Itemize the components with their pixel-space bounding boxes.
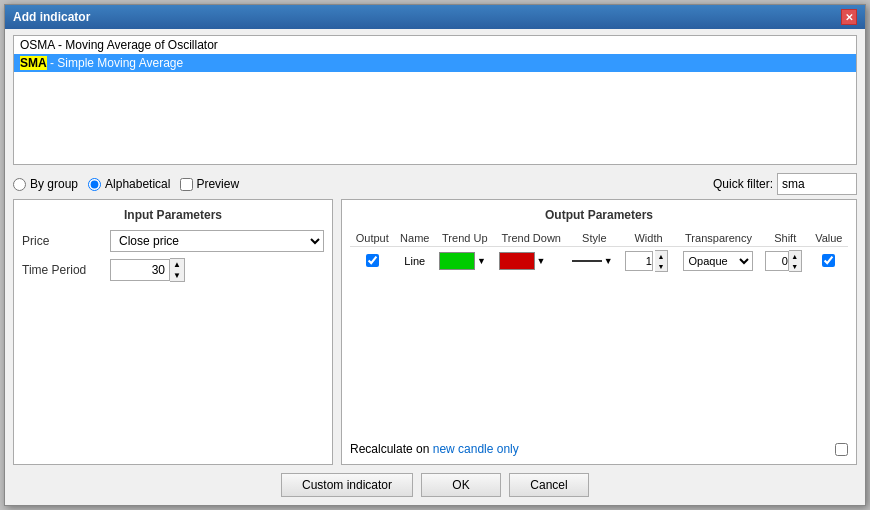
shift-spin: ▲ ▼ (789, 250, 802, 272)
col-trend-up: Trend Up (435, 230, 495, 247)
output-parameters-title: Output Parameters (350, 208, 848, 222)
row-name: Line (404, 255, 425, 267)
width-up[interactable]: ▲ (655, 251, 667, 261)
time-period-up[interactable]: ▲ (170, 259, 184, 270)
col-width: Width (621, 230, 676, 247)
osma-label: OSMA - Moving Average of Oscillator (20, 38, 218, 52)
table-row: Line ▼ ▼ (350, 247, 848, 276)
col-output: Output (350, 230, 395, 247)
title-bar: Add indicator ✕ (5, 5, 865, 29)
name-cell: Line (395, 247, 436, 276)
width-down[interactable]: ▼ (655, 261, 667, 271)
trend-up-color-btn[interactable] (439, 252, 475, 270)
add-indicator-dialog: Add indicator ✕ OSMA - Moving Average of… (4, 4, 866, 506)
indicator-list[interactable]: OSMA - Moving Average of Oscillator SMA … (13, 35, 857, 165)
trend-up-color-wrap: ▼ (439, 252, 491, 270)
sma-highlight: SMA (20, 56, 47, 70)
shift-down[interactable]: ▼ (789, 261, 801, 271)
main-content: Input Parameters Price Close price Open … (13, 199, 857, 465)
input-parameters-panel: Input Parameters Price Close price Open … (13, 199, 333, 465)
recalculate-row: Recalculate on new candle only (350, 442, 848, 456)
by-group-label: By group (30, 177, 78, 191)
trend-down-cell[interactable]: ▼ (495, 247, 568, 276)
trend-down-arrow[interactable]: ▼ (537, 256, 546, 266)
shift-cell: ▲ ▼ (761, 247, 810, 276)
preview-checkbox-label[interactable]: Preview (180, 177, 239, 191)
width-wrap: ▲ ▼ (625, 250, 672, 272)
recalculate-area: Recalculate on new candle only (350, 430, 848, 456)
width-spin: ▲ ▼ (655, 250, 668, 272)
preview-label: Preview (196, 177, 239, 191)
col-shift: Shift (761, 230, 810, 247)
bottom-buttons: Custom indicator OK Cancel (5, 465, 865, 505)
close-button[interactable]: ✕ (841, 9, 857, 25)
radio-by-group-input[interactable] (13, 178, 26, 191)
trend-down-color-wrap: ▼ (499, 252, 564, 270)
input-parameters-title: Input Parameters (22, 208, 324, 222)
shift-up[interactable]: ▲ (789, 251, 801, 261)
value-cell[interactable] (810, 247, 848, 276)
time-period-label: Time Period (22, 263, 102, 277)
transparency-select[interactable]: Opaque 10% 20% 50% (683, 251, 753, 271)
output-parameters-panel: Output Parameters Output Name Trend Up T… (341, 199, 857, 465)
radio-alphabetical[interactable]: Alphabetical (88, 177, 170, 191)
dialog-title: Add indicator (13, 10, 90, 24)
quick-filter-label: Quick filter: (713, 177, 773, 191)
custom-indicator-button[interactable]: Custom indicator (281, 473, 413, 497)
list-item-osma[interactable]: OSMA - Moving Average of Oscillator (14, 36, 856, 54)
time-period-row: Time Period ▲ ▼ (22, 258, 324, 282)
col-value: Value (810, 230, 848, 247)
trend-down-color-btn[interactable] (499, 252, 535, 270)
col-transparency: Transparency (676, 230, 761, 247)
col-name: Name (395, 230, 436, 247)
recalculate-checkbox[interactable] (835, 443, 848, 456)
time-period-wrap: ▲ ▼ (110, 258, 324, 282)
radio-alphabetical-input[interactable] (88, 178, 101, 191)
style-cell[interactable]: ▼ (568, 247, 621, 276)
alphabetical-label: Alphabetical (105, 177, 170, 191)
trend-up-cell[interactable]: ▼ (435, 247, 495, 276)
style-wrap: ▼ (572, 256, 617, 266)
price-label: Price (22, 234, 102, 248)
sma-rest: - Simple Moving Average (47, 56, 184, 70)
ok-button[interactable]: OK (421, 473, 501, 497)
radio-by-group[interactable]: By group (13, 177, 78, 191)
quick-filter-input[interactable] (777, 173, 857, 195)
price-row: Price Close price Open price High price … (22, 230, 324, 252)
time-period-down[interactable]: ▼ (170, 270, 184, 281)
trend-up-arrow[interactable]: ▼ (477, 256, 486, 266)
recalculate-prefix: Recalculate on (350, 442, 433, 456)
col-trend-down: Trend Down (495, 230, 568, 247)
style-arrow[interactable]: ▼ (604, 256, 613, 266)
value-checkbox[interactable] (822, 254, 835, 267)
shift-wrap: ▲ ▼ (765, 250, 806, 272)
time-period-spin: ▲ ▼ (170, 258, 185, 282)
style-line-icon (572, 260, 602, 262)
shift-input[interactable] (765, 251, 789, 271)
recalculate-text: Recalculate on new candle only (350, 442, 519, 456)
output-table: Output Name Trend Up Trend Down Style Wi… (350, 230, 848, 275)
transparency-cell[interactable]: Opaque 10% 20% 50% (676, 247, 761, 276)
width-input[interactable] (625, 251, 653, 271)
output-checkbox-cell[interactable] (350, 247, 395, 276)
price-select[interactable]: Close price Open price High price Low pr… (110, 230, 324, 252)
cancel-button[interactable]: Cancel (509, 473, 589, 497)
preview-checkbox[interactable] (180, 178, 193, 191)
time-period-input[interactable] (110, 259, 170, 281)
width-cell: ▲ ▼ (621, 247, 676, 276)
recalculate-link[interactable]: new candle only (433, 442, 519, 456)
col-style: Style (568, 230, 621, 247)
list-item-sma[interactable]: SMA - Simple Moving Average (14, 54, 856, 72)
filter-radio-row: By group Alphabetical Preview Quick filt… (5, 169, 865, 199)
output-checkbox[interactable] (366, 254, 379, 267)
